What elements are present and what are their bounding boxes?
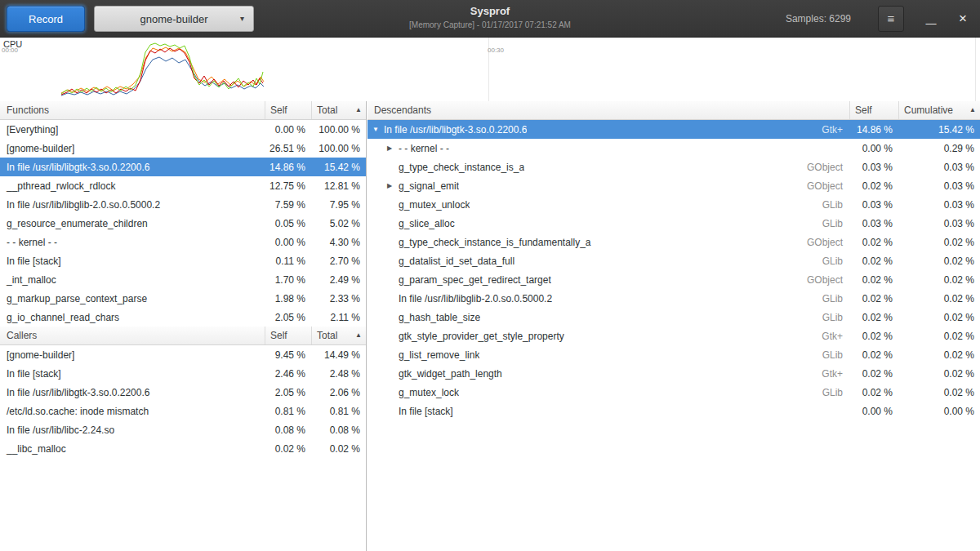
column-header-self[interactable]: Self bbox=[849, 101, 898, 119]
caller-total-percent: 0.81 % bbox=[311, 406, 366, 417]
descendant-name: - - kernel - - bbox=[399, 143, 449, 154]
descendant-name-cell: g_type_check_instance_is_fundamentally_a… bbox=[368, 237, 849, 248]
record-button[interactable]: Record bbox=[7, 6, 85, 32]
caller-row[interactable]: [gnome-builder] 9.45 % 14.49 % bbox=[0, 345, 366, 364]
descendant-row[interactable]: g_list_remove_link GLib 0.02 % 0.02 % bbox=[368, 345, 980, 364]
descendant-name: g_type_check_instance_is_a bbox=[399, 162, 524, 173]
descendant-row[interactable]: In file [stack] 0.00 % 0.00 % bbox=[368, 402, 980, 420]
column-header-descendants[interactable]: Descendants bbox=[368, 101, 849, 119]
function-row[interactable]: [Everything] 0.00 % 100.00 % bbox=[0, 120, 366, 139]
functions-table-header: Functions Self Total ▲ bbox=[0, 101, 366, 120]
descendant-row[interactable]: g_mutex_unlock GLib 0.03 % 0.03 % bbox=[368, 195, 980, 214]
function-self-percent: 2.05 % bbox=[265, 312, 311, 323]
function-name: __pthread_rwlock_rdlock bbox=[0, 180, 265, 192]
descendant-cumulative-percent: 15.42 % bbox=[898, 124, 980, 136]
function-name: _int_malloc bbox=[0, 274, 265, 286]
function-name: [Everything] bbox=[0, 124, 265, 136]
descendant-cumulative-percent: 0.02 % bbox=[898, 237, 980, 248]
function-row[interactable]: [gnome-builder] 26.51 % 100.00 % bbox=[0, 139, 366, 158]
descendant-cumulative-percent: 0.02 % bbox=[898, 293, 980, 304]
expander-icon[interactable]: ▶ bbox=[387, 144, 399, 152]
function-self-percent: 14.86 % bbox=[265, 162, 311, 173]
library-category-label: GObject bbox=[807, 274, 849, 286]
function-row[interactable]: _int_malloc 1.70 % 2.49 % bbox=[0, 270, 366, 289]
descendant-row[interactable]: ▼ In file /usr/lib/libgtk-3.so.0.2200.6 … bbox=[368, 120, 980, 139]
caller-row[interactable]: In file /usr/lib/libgtk-3.so.0.2200.6 2.… bbox=[0, 383, 366, 402]
minimize-button[interactable]: — bbox=[923, 10, 939, 28]
column-header-total[interactable]: Total ▲ bbox=[311, 327, 366, 344]
caller-row[interactable]: __libc_malloc 0.02 % 0.02 % bbox=[0, 439, 366, 458]
samples-count: Samples: 6299 bbox=[786, 13, 851, 24]
column-header-callers[interactable]: Callers bbox=[0, 327, 265, 344]
function-row[interactable]: In file [stack] 0.11 % 2.70 % bbox=[0, 251, 366, 270]
descendant-name: g_mutex_unlock bbox=[399, 199, 470, 211]
expander-icon[interactable]: ▶ bbox=[387, 182, 399, 189]
descendant-name-cell: g_hash_table_size GLib bbox=[368, 312, 849, 323]
function-row[interactable]: g_io_channel_read_chars 2.05 % 2.11 % bbox=[0, 308, 366, 327]
descendant-row[interactable]: g_type_check_instance_is_fundamentally_a… bbox=[368, 233, 980, 251]
descendant-name: g_hash_table_size bbox=[399, 312, 480, 323]
descendant-row[interactable]: gtk_style_provider_get_style_property Gt… bbox=[368, 327, 980, 345]
function-row[interactable]: In file /usr/lib/libgtk-3.so.0.2200.6 14… bbox=[0, 158, 366, 176]
descendants-table: Descendants Self Cumulative ▲ ▼ In file … bbox=[368, 101, 980, 420]
descendants-table-header: Descendants Self Cumulative ▲ bbox=[368, 101, 980, 120]
close-button[interactable]: × bbox=[954, 10, 972, 28]
descendant-name: g_list_remove_link bbox=[399, 349, 479, 361]
descendant-row[interactable]: g_mutex_lock GLib 0.02 % 0.02 % bbox=[368, 383, 980, 402]
function-row[interactable]: g_resource_enumerate_children 0.05 % 5.0… bbox=[0, 214, 366, 233]
function-self-percent: 26.51 % bbox=[265, 143, 311, 154]
descendant-row[interactable]: ▶ - - kernel - - 0.00 % 0.29 % bbox=[368, 139, 980, 158]
descendant-row[interactable]: In file /usr/lib/libglib-2.0.so.0.5000.2… bbox=[368, 289, 980, 308]
right-panel: Descendants Self Cumulative ▲ ▼ In file … bbox=[368, 101, 980, 551]
column-header-self[interactable]: Self bbox=[265, 101, 311, 119]
caller-row[interactable]: In file /usr/lib/libc-2.24.so 0.08 % 0.0… bbox=[0, 420, 366, 439]
column-header-functions[interactable]: Functions bbox=[0, 101, 265, 119]
library-category-label: Gtk+ bbox=[822, 331, 849, 342]
cpu-graph[interactable]: CPU 00:00 00:30 bbox=[0, 38, 980, 101]
function-row[interactable]: - - kernel - - 0.00 % 4.30 % bbox=[0, 233, 366, 251]
descendant-row[interactable]: g_param_spec_get_redirect_target GObject… bbox=[368, 270, 980, 289]
caller-self-percent: 0.08 % bbox=[265, 424, 311, 436]
descendant-cumulative-percent: 0.03 % bbox=[898, 162, 980, 173]
expander-icon[interactable]: ▼ bbox=[372, 126, 384, 133]
library-category-label: Gtk+ bbox=[822, 368, 849, 380]
minimize-icon: — bbox=[926, 19, 937, 28]
descendant-self-percent: 0.02 % bbox=[849, 274, 898, 286]
caller-name: [gnome-builder] bbox=[0, 349, 265, 361]
descendant-row[interactable]: g_type_check_instance_is_a GObject 0.03 … bbox=[368, 158, 980, 176]
function-total-percent: 2.33 % bbox=[311, 293, 366, 304]
library-category-label: GLib bbox=[822, 218, 849, 229]
function-row[interactable]: g_markup_parse_context_parse 1.98 % 2.33… bbox=[0, 289, 366, 308]
function-row[interactable]: In file /usr/lib/libglib-2.0.so.0.5000.2… bbox=[0, 195, 366, 214]
column-header-total[interactable]: Total ▲ bbox=[311, 101, 366, 119]
descendant-name: gtk_widget_path_length bbox=[399, 368, 502, 380]
descendant-name: g_signal_emit bbox=[399, 180, 459, 192]
caller-total-percent: 0.02 % bbox=[311, 443, 366, 455]
column-header-cumulative-label: Cumulative bbox=[904, 101, 953, 119]
descendant-row[interactable]: ▶ g_signal_emit GObject 0.02 % 0.03 % bbox=[368, 176, 980, 195]
process-selector-dropdown[interactable]: gnome-builder ▾ bbox=[94, 6, 254, 32]
caller-total-percent: 2.48 % bbox=[311, 368, 366, 380]
menu-button[interactable]: ≡ bbox=[878, 6, 904, 32]
descendant-row[interactable]: g_datalist_id_set_data_full GLib 0.02 % … bbox=[368, 251, 980, 270]
callers-table: Callers Self Total ▲ [gnome-builder] 9.4… bbox=[0, 327, 366, 458]
descendant-self-percent: 0.03 % bbox=[849, 199, 898, 211]
descendant-row[interactable]: g_slice_alloc GLib 0.03 % 0.03 % bbox=[368, 214, 980, 233]
column-header-self[interactable]: Self bbox=[265, 327, 311, 344]
descendant-row[interactable]: g_hash_table_size GLib 0.02 % 0.02 % bbox=[368, 308, 980, 327]
headerbar: Record gnome-builder ▾ Sysprof [Memory C… bbox=[0, 0, 980, 38]
descendant-name: g_slice_alloc bbox=[399, 218, 455, 229]
descendant-name-cell: ▶ - - kernel - - bbox=[368, 143, 849, 154]
descendant-row[interactable]: gtk_widget_path_length Gtk+ 0.02 % 0.02 … bbox=[368, 364, 980, 383]
window-subtitle: [Memory Capture] - 01/17/2017 07:21:52 A… bbox=[245, 20, 735, 29]
function-row[interactable]: __pthread_rwlock_rdlock 12.75 % 12.81 % bbox=[0, 176, 366, 195]
caller-row[interactable]: /etc/ld.so.cache: inode mismatch 0.81 % … bbox=[0, 402, 366, 420]
left-panel: Functions Self Total ▲ [Everything] 0.00… bbox=[0, 101, 367, 551]
column-header-cumulative[interactable]: Cumulative ▲ bbox=[898, 101, 980, 119]
caller-row[interactable]: In file [stack] 2.46 % 2.48 % bbox=[0, 364, 366, 383]
function-self-percent: 0.05 % bbox=[265, 218, 311, 229]
descendant-name: g_type_check_instance_is_fundamentally_a bbox=[399, 237, 591, 248]
dropdown-arrow-icon: ▾ bbox=[240, 14, 244, 23]
callers-table-body: [gnome-builder] 9.45 % 14.49 % In file [… bbox=[0, 345, 366, 458]
column-header-total-label: Total bbox=[317, 327, 337, 344]
